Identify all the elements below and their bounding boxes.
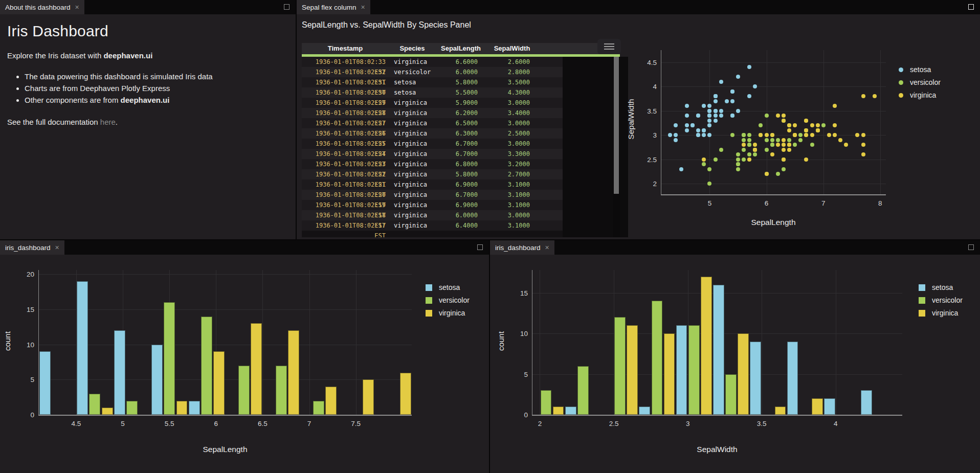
scatter-point-setosa [696,128,700,132]
scatter-point-versicolor [759,123,763,127]
cell-timestamp: 1936-01-01T08:02:19 EST [302,200,389,210]
column-header[interactable]: SepalWidth [486,43,538,54]
column-header[interactable]: Timestamp [302,43,389,54]
x-tick-label: 3 [686,420,690,427]
table-row[interactable]: 1936-01-01T08:02:27 ESTvirginica6.50003.… [302,118,563,128]
scatter-point-setosa [696,114,700,118]
legend-label: setosa [932,283,953,291]
table-row[interactable]: 1936-01-01T08:02:23 ESTvirginica6.80003.… [302,159,563,169]
y-tick-label: 2.5 [647,155,657,163]
table-row[interactable]: 1936-01-01T08:02:25 ESTvirginica6.70003.… [302,139,563,149]
column-header[interactable]: Species [389,43,436,54]
sepal-scatter-chart[interactable]: 22.533.544.55678 SepalWidth SepalLength … [620,43,980,237]
maximize-icon[interactable] [477,244,483,250]
docs-link[interactable]: here [100,118,116,126]
maximize-icon[interactable] [284,4,289,10]
maximize-icon[interactable] [968,4,974,10]
scatter-plot-area[interactable]: 22.533.544.55678 [661,50,886,195]
gridline-horizontal [661,111,886,111]
scatter-point-virginica [787,143,791,147]
table-row[interactable]: 1936-01-01T08:02:24 ESTvirginica6.70003.… [302,149,563,159]
y-tick-label: 2 [653,180,657,188]
legend-item-versicolor[interactable]: versicolor [919,296,963,304]
histogram-bar-versicolor [201,317,212,415]
histogram-bar-versicolor [276,366,287,415]
iris-data-table[interactable]: TimestampSpeciesSepalLengthSepalWidth 19… [302,43,620,237]
tab-label: iris_dashboard [495,244,541,252]
cell-sepalwidth: 3.0000 [486,98,538,108]
table-menu-button[interactable] [597,39,621,54]
close-icon[interactable]: × [545,243,549,252]
table-row[interactable]: 1936-01-01T08:02:31 ESTsetosa5.80003.500… [302,77,563,87]
legend-item-setosa[interactable]: setosa [426,283,470,291]
x-tick-label: 4.5 [72,420,81,427]
legend-item-virginica[interactable]: virginica [919,309,963,317]
chart-legend: setosaversicolorvirginica [426,283,470,317]
panel-sepal-flex-column: Sepal flex column × SepalLength vs. Sepa… [297,0,980,239]
close-icon[interactable]: × [361,3,365,11]
tab-sepal-flex-column[interactable]: Sepal flex column × [297,0,370,14]
scatter-point-setosa [685,123,689,127]
column-header[interactable]: SepalLength [436,43,486,54]
legend-item-versicolor[interactable]: versicolor [899,78,941,86]
scatter-point-virginica [782,143,786,147]
table-row[interactable]: 1936-01-01T08:02:19 ESTvirginica6.90003.… [302,200,563,210]
table-row[interactable]: 1936-01-01T08:02:28 ESTvirginica6.20003.… [302,108,563,118]
maximize-icon[interactable] [968,244,974,250]
legend-swatch-virginica [899,93,903,98]
cell-species: virginica [389,220,436,231]
histogram-bar-virginica [553,407,564,415]
legend-item-virginica[interactable]: virginica [899,91,941,99]
histogram-content: 05101522.533.54 count SepalWidth setosav… [490,255,980,473]
cell-timestamp: 1936-01-01T08:02:30 EST [302,87,389,98]
scatter-point-setosa [714,114,718,118]
table-row[interactable]: 1936-01-01T08:02:33 ESTvirginica6.60002.… [302,57,563,67]
scatter-point-versicolor [770,138,774,142]
histogram-plot-area[interactable]: 05101522.533.54 [532,270,902,416]
histogram-bar-versicolor [577,366,589,415]
x-axis-label: SepalLength [194,445,256,454]
cell-sepalwidth: 3.1000 [486,220,538,231]
legend-item-versicolor[interactable]: versicolor [426,296,470,304]
table-row[interactable]: 1936-01-01T08:02:21 ESTvirginica6.90003.… [302,179,563,190]
tab-iris-dashboard[interactable]: iris_dashboard × [490,240,554,255]
legend-item-setosa[interactable]: setosa [899,65,941,74]
close-icon[interactable]: × [75,3,79,11]
histogram-bar-versicolor [614,317,626,415]
table-row[interactable]: 1936-01-01T08:02:22 ESTvirginica5.80002.… [302,169,563,179]
table-row[interactable]: 1936-01-01T08:02:18 ESTvirginica6.00003.… [302,210,563,220]
table-row[interactable]: 1936-01-01T08:02:29 ESTvirginica5.90003.… [302,98,563,108]
tab-about-this-dashboard[interactable]: About this dashboard × [0,0,84,14]
table-row[interactable]: 1936-01-01T08:02:32 ESTversicolor6.00002… [302,67,563,77]
legend-label: versicolor [910,78,941,86]
table-row[interactable]: 1936-01-01T08:02:20 ESTvirginica6.70003.… [302,190,563,200]
table-row[interactable]: 1936-01-01T08:02:30 ESTsetosa5.50004.300… [302,87,563,98]
sepal-length-histogram-chart[interactable]: 051015204.555.566.577.5 count SepalLengt… [0,255,489,473]
legend-item-setosa[interactable]: setosa [919,283,963,291]
scatter-point-virginica [782,157,786,162]
legend-swatch-setosa [426,284,432,291]
histogram-bar-versicolor [164,302,175,415]
legend-swatch-versicolor [426,297,432,304]
histogram-plot-area[interactable]: 051015204.555.566.577.5 [38,270,412,416]
table-scrollbar[interactable] [613,57,620,237]
gridline-vertical [309,270,310,415]
legend-label: versicolor [932,296,963,304]
close-icon[interactable]: × [55,243,59,252]
cell-species: virginica [389,169,436,179]
scatter-point-virginica [804,119,808,123]
histogram-bar-versicolor [541,390,552,415]
scrollbar-thumb[interactable] [614,57,619,194]
scatter-point-virginica [793,133,797,137]
tab-iris-dashboard[interactable]: iris_dashboard × [0,240,64,255]
legend-item-virginica[interactable]: virginica [426,309,470,317]
scatter-point-setosa [707,109,711,113]
table-row[interactable]: 1936-01-01T08:02:17 ESTvirginica6.40003.… [302,220,563,231]
histogram-bar-virginica [102,408,113,415]
sepal-width-histogram-chart[interactable]: 05101522.533.54 count SepalWidth setosav… [490,255,980,473]
scatter-point-versicolor [736,157,740,162]
table-row[interactable]: 1936-01-01T08:02:26 ESTvirginica6.30002.… [302,128,563,139]
histogram-bar-virginica [701,277,712,415]
histogram-bar-virginica [176,401,188,415]
cell-species: setosa [389,87,436,98]
